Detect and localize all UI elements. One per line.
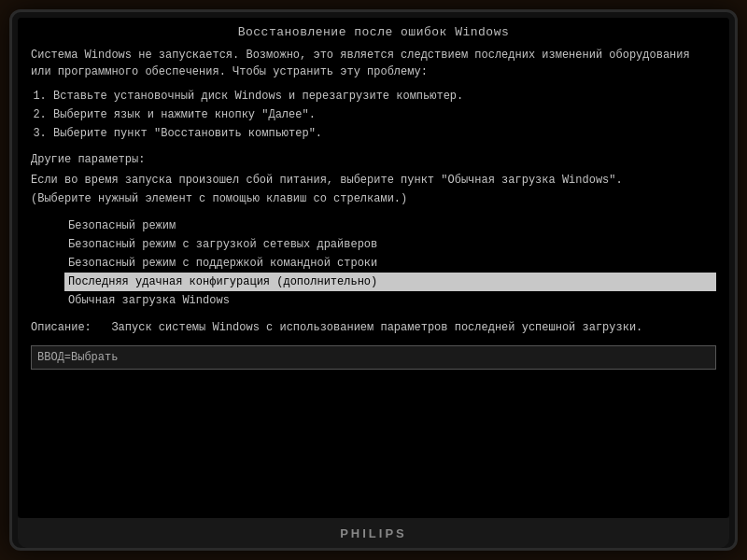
screen: Восстановление после ошибок Windows Сист… xyxy=(18,18,729,518)
monitor: Восстановление после ошибок Windows Сист… xyxy=(9,9,738,551)
menu-options: Безопасный режим Безопасный режим с загр… xyxy=(68,217,716,310)
step-1: Вставьте установочный диск Windows и пер… xyxy=(53,88,716,105)
description-text: Запуск системы Windows с использованием … xyxy=(111,321,642,334)
screen-body: Система Windows не запускается. Возможно… xyxy=(31,47,716,511)
description-section: Описание: Запуск системы Windows с испол… xyxy=(31,319,716,336)
menu-item-safe-cmd[interactable]: Безопасный режим с поддержкой командной … xyxy=(68,254,716,273)
step-2: Выберите язык и нажмите кнопку "Далее". xyxy=(53,106,716,123)
other-params-label: Другие параметры: xyxy=(31,151,716,168)
input-bar[interactable]: ВВОД=Выбрать xyxy=(31,345,716,370)
step-3: Выберите пункт "Восстановить компьютер". xyxy=(53,125,716,142)
brand-label: PHILIPS xyxy=(340,526,407,540)
arrow-hint: (Выберите нужный элемент с помощью клави… xyxy=(31,190,716,207)
menu-item-last-good[interactable]: Последняя удачная конфигурация (дополнит… xyxy=(64,273,716,291)
steps-list: Вставьте установочный диск Windows и пер… xyxy=(53,88,716,142)
menu-item-normal[interactable]: Обычная загрузка Windows xyxy=(68,291,716,310)
menu-item-safe-network[interactable]: Безопасный режим с загрузкой сетевых дра… xyxy=(68,235,716,254)
intro-text: Система Windows не запускается. Возможно… xyxy=(31,47,716,80)
other-params-text1: Если во время запуска произошел сбой пит… xyxy=(31,172,716,189)
description-label: Описание: xyxy=(31,321,92,334)
monitor-bottom: PHILIPS xyxy=(18,518,729,548)
menu-item-safe[interactable]: Безопасный режим xyxy=(68,217,716,235)
screen-title: Восстановление после ошибок Windows xyxy=(31,25,716,39)
